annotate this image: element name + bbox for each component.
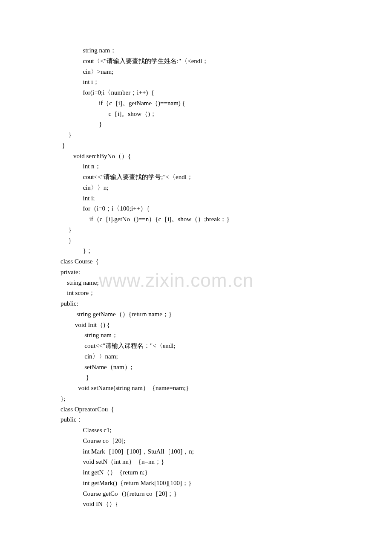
code-block: string nam； cout〈<"请输入要查找的学生姓名:"〈<endl； … [61, 45, 342, 509]
